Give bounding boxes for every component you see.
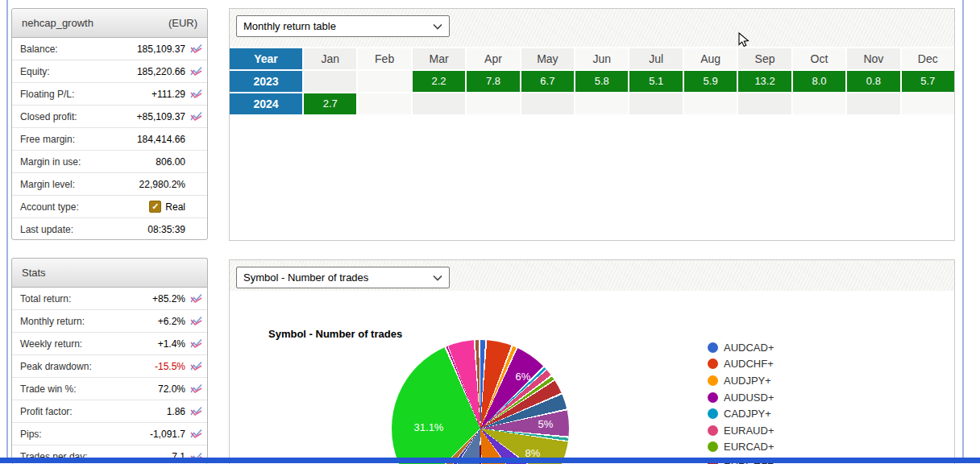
- monthly-return-table: YearJanFebMarAprMayJunJulAugSepOctNovDec…: [230, 47, 954, 114]
- account-name: nehcap_growth: [22, 17, 93, 29]
- info-row: Margin level:22,980.2%: [12, 173, 207, 196]
- month-column-header: Jan: [304, 48, 356, 69]
- return-value-cell: 5.1: [629, 71, 682, 92]
- row-label: Weekly return:: [20, 338, 82, 350]
- row-value: 72.0%: [158, 383, 185, 395]
- sparkline-chart-icon[interactable]: [189, 383, 202, 394]
- row-value: 1.86: [167, 406, 185, 417]
- sparkline-chart-icon[interactable]: [189, 293, 202, 304]
- info-row: Equity:185,220.66: [12, 60, 207, 83]
- sparkline-chart-icon[interactable]: [189, 66, 202, 77]
- account-panel: nehcap_growth (EUR) Balance:185,109.37Eq…: [11, 8, 208, 240]
- pie-slice-label: 31.1%: [414, 421, 444, 433]
- month-column-header: Feb: [358, 48, 410, 69]
- row-value: +111.29: [152, 89, 185, 100]
- row-value: +1.4%: [158, 338, 185, 350]
- legend-color-dot: [708, 358, 718, 369]
- row-label: Margin in use:: [20, 156, 81, 168]
- month-column-header: Mar: [413, 48, 465, 69]
- info-row: Profit factor:1.86: [12, 400, 207, 423]
- row-label: Pips:: [20, 429, 42, 440]
- legend-color-dot: [708, 425, 718, 436]
- row-value: ✓Real: [149, 201, 185, 213]
- info-row: Trade win %:72.0%: [12, 378, 207, 400]
- row-value: 185,109.37: [137, 44, 185, 55]
- chevron-down-icon: [433, 275, 442, 281]
- symbol-pie-chart: 31.1%6%5%8%9.4%8.8%: [392, 340, 569, 464]
- empty-cell: [902, 93, 954, 114]
- account-panel-header: nehcap_growth (EUR): [12, 9, 207, 38]
- return-value-cell: 2.2: [413, 71, 465, 92]
- monthly-chart-type-select[interactable]: Monthly return table: [236, 15, 450, 37]
- legend-item: AUDCAD+: [708, 339, 774, 356]
- legend-color-dot: [708, 392, 718, 403]
- sparkline-chart-icon[interactable]: [189, 89, 202, 99]
- mouse-cursor: [738, 32, 753, 51]
- month-column-header: Apr: [467, 48, 519, 69]
- pie-slice-label: 5%: [538, 418, 554, 430]
- sparkline-chart-icon[interactable]: [189, 316, 202, 326]
- empty-cell: [847, 93, 899, 114]
- info-row: Free margin:184,414.66: [12, 128, 207, 151]
- row-value: 806.00: [156, 156, 185, 168]
- row-value: 22,980.2%: [139, 179, 185, 190]
- return-value-cell: 5.8: [575, 71, 628, 92]
- real-account-checkbox[interactable]: ✓: [149, 201, 161, 213]
- account-currency: (EUR): [168, 17, 197, 29]
- info-row: Pips:-1,091.7: [12, 423, 207, 445]
- empty-cell: [684, 93, 737, 114]
- row-label: Free margin:: [20, 134, 75, 145]
- return-value-cell: 2.7: [304, 93, 356, 114]
- spark-slot-empty: [189, 201, 202, 212]
- info-row: Balance:185,109.37: [12, 38, 207, 60]
- sparkline-chart-icon[interactable]: [189, 406, 202, 416]
- legend-label: AUDUSD+: [724, 392, 774, 404]
- sparkline-chart-icon[interactable]: [189, 429, 202, 439]
- legend-item: EURCAD+: [708, 439, 774, 456]
- empty-cell: [358, 71, 410, 92]
- legend-item: AUDCHF+: [708, 356, 774, 373]
- month-column-header: Nov: [847, 48, 899, 69]
- row-label: Equity:: [20, 66, 50, 77]
- row-label: Trade win %:: [20, 383, 77, 395]
- empty-cell: [575, 93, 628, 114]
- month-column-header: Dec: [902, 48, 954, 69]
- row-value: 08:35:39: [147, 224, 185, 235]
- legend-item: AUDUSD+: [708, 389, 774, 406]
- sparkline-chart-icon[interactable]: [189, 361, 202, 371]
- stats-title: Stats: [22, 267, 46, 279]
- spark-slot-empty: [189, 134, 202, 144]
- row-label: Monthly return:: [20, 316, 85, 327]
- bottom-blue-bar: [0, 458, 980, 463]
- month-column-header: Jun: [575, 48, 628, 69]
- chevron-down-icon: [433, 23, 442, 30]
- empty-cell: [304, 71, 356, 92]
- month-column-header: Aug: [684, 48, 737, 69]
- empty-cell: [521, 93, 574, 114]
- empty-cell: [629, 93, 682, 114]
- legend-item: AUDJPY+: [708, 372, 774, 389]
- row-value: +85,109.37: [137, 111, 185, 122]
- row-value: +85.2%: [152, 293, 185, 304]
- return-value-cell: 8.0: [793, 71, 845, 92]
- sparkline-chart-icon[interactable]: [189, 111, 202, 122]
- row-label: Margin level:: [20, 179, 75, 190]
- info-row: Account type:✓Real: [12, 196, 207, 218]
- monthly-chart-type-value: Monthly return table: [243, 20, 336, 32]
- legend-item: CADJPY+: [708, 405, 774, 422]
- stats-panel-header: Stats: [12, 259, 207, 288]
- year-cell: 2024: [230, 93, 302, 114]
- legend-item: EURAUD+: [708, 422, 774, 439]
- sparkline-chart-icon[interactable]: [189, 44, 202, 54]
- symbol-chart-type-select[interactable]: Symbol - Number of trades: [236, 267, 450, 288]
- empty-cell: [467, 93, 519, 114]
- month-column-header: Sep: [738, 48, 791, 69]
- right-frame-line: [962, 0, 964, 458]
- sparkline-chart-icon[interactable]: [189, 338, 202, 349]
- info-row: Monthly return:+6.2%: [12, 310, 207, 333]
- spark-slot-empty: [189, 179, 202, 189]
- legend-color-dot: [708, 375, 718, 386]
- stats-panel-rows: Total return:+85.2%Monthly return:+6.2%W…: [12, 288, 207, 464]
- info-row: Margin in use:806.00: [12, 151, 207, 173]
- legend-label: EURAUD+: [724, 425, 774, 437]
